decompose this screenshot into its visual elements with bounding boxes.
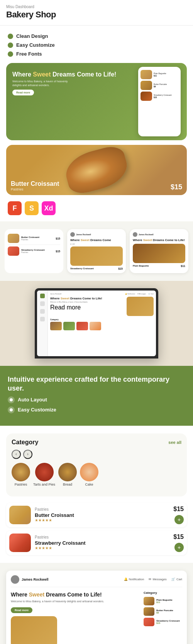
badges-row: Clean Design Easy Customize Free Fonts xyxy=(0,25,193,57)
desktop-cat-info-2: Butter Pancake $9 xyxy=(156,609,173,614)
category-circle-tarts[interactable]: Tarts and Pies xyxy=(33,463,55,486)
laptop-hero-heading: Where Sweet Dreams Come to Life! xyxy=(50,297,124,301)
desktop-nav-messages[interactable]: ✉ Messages xyxy=(149,578,166,581)
badge-fonts-label: Free Fonts xyxy=(16,51,42,57)
mockup-price-3: $15 xyxy=(154,96,172,99)
laptop-nav-items: 🔔 Notification ✉ Messages 🛒 Cart xyxy=(125,293,154,295)
figma-icon[interactable]: F xyxy=(8,201,22,215)
desktop-cat-name-3: Strawberry Croissant xyxy=(156,620,180,622)
badge-customize-label: Easy Customize xyxy=(16,42,55,48)
messages-icon: ✉ xyxy=(149,578,151,581)
desktop-cat-name-1: Plain Baguette xyxy=(156,599,173,601)
mockup-product-3: Strawberry Croissant $15 xyxy=(141,92,178,101)
sketch-icon[interactable]: S xyxy=(25,201,39,215)
laptop-cat-item-3 xyxy=(76,322,88,330)
badge-dot-1 xyxy=(8,34,13,39)
see-all-link[interactable]: see all xyxy=(168,440,181,445)
phone-mini-name-1: James Rockwell xyxy=(76,233,91,236)
phone-product-name-2: Plain Baguette xyxy=(133,265,149,267)
laptop-hero-image xyxy=(127,297,154,316)
hero-product-category: Pastries xyxy=(11,187,59,191)
laptop-nav-messages: ✉ Messages xyxy=(137,293,146,295)
desktop-cat-price-2: $9 xyxy=(156,612,173,614)
desktop-read-more-btn[interactable]: Read more xyxy=(11,607,32,613)
category-next-btn[interactable]: › xyxy=(23,450,32,459)
laptop-cat-items xyxy=(50,322,154,330)
desktop-preview-section: James Rockwell 🔔 Notification ✉ Messages… xyxy=(0,563,193,644)
mockup-price-1: $11 xyxy=(154,75,166,77)
xd-label: Xd xyxy=(44,204,53,212)
phone-mini-name-2: James Rockwell xyxy=(139,233,154,236)
phone-mini-img-2 xyxy=(133,244,185,263)
laptop-main-area: James Rockwell 🔔 Notification ✉ Messages… xyxy=(48,291,156,356)
desktop-nav-notification[interactable]: 🔔 Notification xyxy=(124,578,144,581)
product-category-butter: Pastries xyxy=(35,507,169,511)
intuitive-section: Intuitive experience crafted for the con… xyxy=(0,366,193,426)
mockups-section: Butter Croissant Pastries $15 Strawberry… xyxy=(0,221,193,281)
laptop-user-info: James Rockwell xyxy=(50,293,61,295)
cat-label-pastries: Pastries xyxy=(15,483,27,486)
croissant-hero-image: Butter Croissant Pastries $15 xyxy=(6,145,187,195)
list-thumb-strawberry xyxy=(8,246,19,256)
desktop-cat-img-2 xyxy=(144,607,154,616)
product-img-strawberry xyxy=(9,534,31,552)
laptop-nav-cart: 🛒 Cart xyxy=(148,293,154,295)
preview-heading-prefix: Where xyxy=(12,71,33,78)
desktop-cat-item-3: Strawberry Croissant $15 xyxy=(144,618,182,626)
laptop-screen: James Rockwell 🔔 Notification ✉ Messages… xyxy=(37,291,156,356)
preview-read-more-btn[interactable]: Read more xyxy=(12,90,34,95)
product-price-strawberry: $15 xyxy=(173,534,184,540)
category-section: Category see all ‹ › Pastries Tarts and … xyxy=(0,426,193,563)
desktop-sidebar-right: Category Plain Baguette $11 Butter Panca… xyxy=(144,591,182,644)
desktop-cat-name-2: Butter Pancake xyxy=(156,609,173,612)
badge-clean-label: Clean Design xyxy=(16,33,48,39)
phone-card-1: James Rockwell Where Sweet Dreams Come t… xyxy=(67,229,126,273)
desktop-nav-cart[interactable]: 🛒 Cart xyxy=(171,578,182,581)
desktop-cat-section-title: Category xyxy=(144,591,182,595)
category-prev-btn[interactable]: ‹ xyxy=(12,450,21,459)
cat-img-bread xyxy=(58,463,77,481)
cart-icon: 🛒 xyxy=(171,578,175,581)
laptop-sidebar-icon-3 xyxy=(40,309,45,314)
cat-label-cake: Cake xyxy=(85,483,93,486)
list-item-cat-1: Pastries xyxy=(21,238,54,241)
phone-mini-img-1 xyxy=(70,246,123,266)
xd-icon[interactable]: Xd xyxy=(42,201,56,215)
product-stars-butter: ★★★★★ xyxy=(35,518,169,522)
mockup-price-2: $9 xyxy=(154,85,167,88)
badge-free-fonts: Free Fonts xyxy=(8,51,185,57)
category-circle-pastries[interactable]: Pastries xyxy=(12,463,30,486)
mockups-grid: Butter Croissant Pastries $15 Strawberry… xyxy=(5,229,188,273)
laptop-sidebar xyxy=(37,291,48,356)
mockup-product-info-3: Strawberry Croissant $15 xyxy=(154,94,172,99)
desktop-cat-item-1: Plain Baguette $11 xyxy=(144,597,182,605)
product-add-btn-strawberry[interactable]: + xyxy=(174,543,184,552)
category-circle-cake[interactable]: Cake xyxy=(80,463,98,486)
desktop-user-row: James Rockwell xyxy=(11,575,49,584)
laptop-cat-item-4 xyxy=(90,322,101,330)
mockup-product-1: Plain Baguette $11 xyxy=(141,70,178,79)
mockup-product-2: Butter Pancake $9 xyxy=(141,81,178,90)
category-header: Category see all xyxy=(12,439,181,446)
phone-product-price-2: $11 xyxy=(181,265,185,267)
category-circle-bread[interactable]: Bread xyxy=(58,463,77,486)
misu-label: Misu Dashboard xyxy=(6,5,187,9)
mockup-img-tart xyxy=(141,92,152,101)
category-nav: ‹ › xyxy=(12,450,181,459)
badge-easy-customize: Easy Customize xyxy=(8,42,185,48)
category-title: Category xyxy=(12,439,38,446)
phone-mini-avatar-2 xyxy=(133,232,137,237)
badge-dot-2 xyxy=(8,42,13,48)
list-item-price-2: $15 xyxy=(56,250,60,253)
product-price-col-strawberry: $15 + xyxy=(173,534,184,552)
phone-mini-header-2: James Rockwell xyxy=(133,232,185,237)
easy-customize-dot xyxy=(8,406,15,413)
laptop-read-more-btn[interactable]: Read more xyxy=(50,304,124,311)
tool-icons-row: F S Xd xyxy=(0,195,193,221)
product-category-strawberry: Pastries xyxy=(35,535,169,539)
list-item-cat-2: Pastries xyxy=(21,251,54,253)
product-add-btn-butter[interactable]: + xyxy=(174,515,184,524)
phone-card-2: James Rockwell Where Sweet Dreams Come t… xyxy=(130,229,188,273)
figma-label: F xyxy=(13,204,17,212)
product-list-card: Butter Croissant Pastries $15 Strawberry… xyxy=(5,229,63,273)
